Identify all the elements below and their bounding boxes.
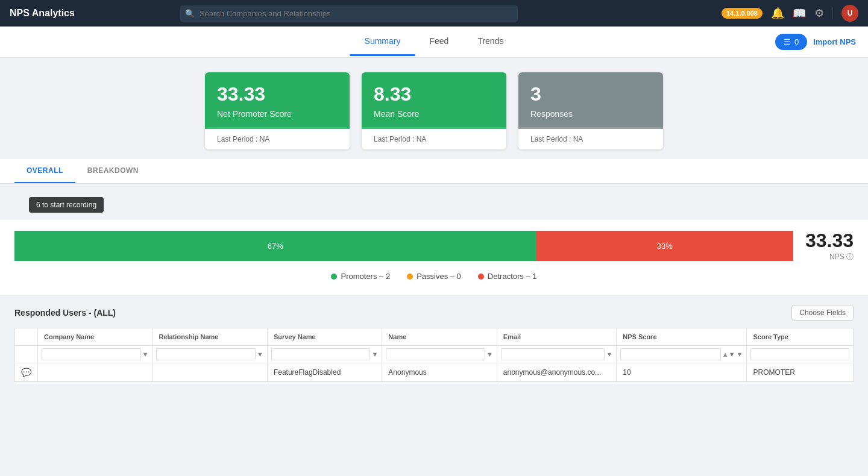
filter-name: ▼	[382, 346, 497, 363]
metric-responses-value: 3	[530, 83, 651, 105]
bell-icon[interactable]: 🔔	[771, 7, 784, 20]
bar-green: 67%	[14, 231, 536, 261]
avatar[interactable]: U	[841, 5, 858, 22]
recording-hint-wrap: 6 to start recording	[0, 184, 868, 220]
filter-email-input[interactable]	[501, 348, 605, 360]
nps-score-value: 10	[623, 368, 631, 377]
metric-card-nps: 33.33 Net Promoter Score Last Period : N…	[205, 72, 350, 149]
top-nav: NPS Analytics 🔍 14.1.0.008 🔔 📖 ⚙ U	[0, 0, 868, 27]
search-input[interactable]	[180, 5, 518, 22]
tab-actions: ☰ 0 Import NPS	[775, 34, 856, 50]
tab-summary[interactable]: Summary	[350, 28, 415, 56]
col-email: Email	[497, 328, 616, 346]
nps-bar-wrap: 67% 33% 33.33 NPS ⓘ	[14, 230, 854, 262]
green-pct-label: 67%	[268, 242, 283, 251]
row-score-type: PROMOTER	[747, 363, 854, 382]
filter-company: ▼	[38, 346, 153, 363]
nps-bar: 67% 33%	[14, 231, 793, 261]
col-nps-score: NPS Score	[617, 328, 747, 346]
main-content: 33.33 Net Promoter Score Last Period : N…	[0, 58, 868, 476]
legend-promoters: Promoters – 2	[331, 272, 390, 281]
metric-top-responses: 3 Responses	[518, 72, 663, 127]
filter-relationship-input[interactable]	[156, 348, 256, 360]
detractors-dot	[478, 274, 484, 280]
filter-nps-icon[interactable]: ▲▼	[722, 351, 735, 358]
row-survey: FeatureFlagDisabled	[267, 363, 382, 382]
settings-icon[interactable]: ⚙	[814, 7, 824, 20]
table-title: Responded Users - (ALL)	[14, 308, 116, 318]
passives-label: Passives – 0	[417, 272, 461, 281]
metric-top-mean: 8.33 Mean Score	[362, 72, 506, 127]
import-nps-button[interactable]: Import NPS	[813, 37, 856, 46]
legend-detractors: Detractors – 1	[478, 272, 537, 281]
book-icon[interactable]: 📖	[793, 7, 806, 20]
tabs-center: Summary Feed Trends	[350, 28, 518, 56]
filter-company-input[interactable]	[42, 348, 141, 360]
count-button[interactable]: ☰ 0	[775, 34, 807, 50]
nps-score-value: 33.33	[799, 230, 854, 252]
metric-mean-bottom: Last Period : NA	[362, 127, 506, 149]
version-badge: 14.1.0.008	[722, 8, 763, 19]
metric-responses-bottom: Last Period : NA	[518, 127, 663, 149]
filter-name-input[interactable]	[386, 348, 485, 360]
metric-mean-value: 8.33	[374, 83, 494, 105]
metric-card-mean: 8.33 Mean Score Last Period : NA	[362, 72, 506, 149]
table-row: 💬 FeatureFlagDisabled Anonymous anonymou…	[15, 363, 854, 382]
detractors-label: Detractors – 1	[488, 272, 537, 281]
metrics-row: 33.33 Net Promoter Score Last Period : N…	[0, 58, 868, 159]
passives-dot	[407, 274, 413, 280]
promoters-dot	[331, 274, 337, 280]
seg-tab-breakdown[interactable]: BREAKDOWN	[75, 159, 151, 183]
search-bar: 🔍	[180, 5, 518, 22]
col-icon	[15, 328, 38, 346]
filter-nps-input[interactable]	[620, 348, 721, 360]
list-icon: ☰	[784, 37, 791, 46]
metric-nps-label: Net Promoter Score	[217, 109, 338, 119]
filter-name-icon[interactable]: ▼	[486, 351, 493, 358]
col-survey: Survey Name	[267, 328, 382, 346]
row-relationship	[153, 363, 267, 382]
count-value: 0	[794, 37, 799, 46]
chart-legend: Promoters – 2 Passives – 0 Detractors – …	[14, 272, 854, 281]
filter-relationship: ▼	[153, 346, 267, 363]
row-name: Anonymous	[382, 363, 497, 382]
filter-email-icon[interactable]: ▼	[606, 351, 612, 358]
data-table: Company Name Relationship Name Survey Na…	[14, 328, 854, 382]
filter-survey-input[interactable]	[271, 348, 371, 360]
tab-trends[interactable]: Trends	[463, 28, 518, 56]
row-nps-score: 10	[617, 363, 747, 382]
seg-tab-overall[interactable]: OVERALL	[14, 159, 75, 183]
promoters-label: Promoters – 2	[341, 272, 390, 281]
table-section: Responded Users - (ALL) Choose Fields Co…	[0, 295, 868, 392]
col-name: Name	[382, 328, 497, 346]
filter-icon-cell	[15, 346, 38, 363]
red-pct-label: 33%	[657, 242, 673, 251]
filter-survey: ▼	[267, 346, 382, 363]
filter-nps-icon2[interactable]: ▼	[737, 351, 743, 358]
table-header: Company Name Relationship Name Survey Na…	[15, 328, 854, 346]
info-icon: ⓘ	[846, 252, 854, 261]
filter-score-type-input[interactable]	[750, 348, 849, 360]
row-email: anonymous@anonymous.co...	[497, 363, 616, 382]
metric-mean-label: Mean Score	[374, 109, 494, 119]
choose-fields-button[interactable]: Choose Fields	[791, 305, 854, 321]
chat-icon[interactable]: 💬	[21, 368, 31, 377]
col-relationship: Relationship Name	[153, 328, 267, 346]
filter-survey-icon[interactable]: ▼	[371, 351, 378, 358]
filter-company-icon[interactable]: ▼	[142, 351, 149, 358]
nps-label: NPS	[829, 252, 844, 261]
row-chat-icon-cell[interactable]: 💬	[15, 363, 38, 382]
segment-tabs: OVERALL BREAKDOWN	[0, 159, 868, 184]
filter-row: ▼ ▼ ▼	[15, 346, 854, 363]
tab-feed[interactable]: Feed	[415, 28, 463, 56]
filter-email: ▼	[497, 346, 616, 363]
nav-divider	[832, 7, 833, 19]
filter-relationship-icon[interactable]: ▼	[257, 351, 263, 358]
nps-score-container: 33.33 NPS ⓘ	[799, 230, 854, 262]
metric-top-nps: 33.33 Net Promoter Score	[205, 72, 350, 127]
row-company	[38, 363, 153, 382]
metric-responses-label: Responses	[530, 109, 651, 119]
app-title: NPS Analytics	[10, 8, 75, 19]
col-company: Company Name	[38, 328, 153, 346]
metric-card-responses: 3 Responses Last Period : NA	[518, 72, 663, 149]
